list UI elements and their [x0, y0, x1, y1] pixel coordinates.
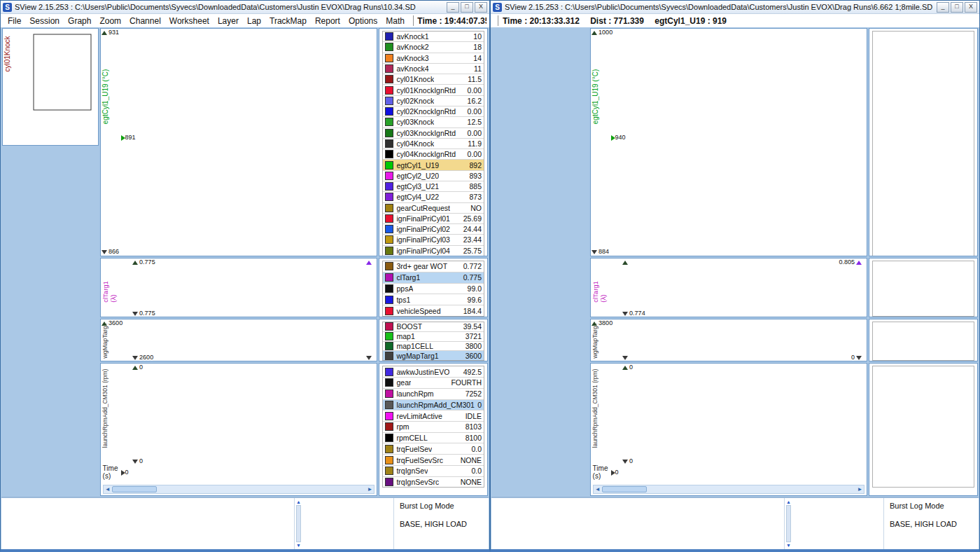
legend-row[interactable]: vehicleSpeed184.4: [383, 305, 484, 316]
time-scrollbar[interactable]: ◄ ►: [593, 485, 865, 494]
legend-row[interactable]: clTarg10.775: [383, 272, 484, 284]
menu-lap[interactable]: Lap: [247, 16, 261, 26]
channel-name: launchRpm: [396, 389, 433, 398]
lambda-chart-panel[interactable]: clTarg1 (λ) 0.805 0.775 0.774: [590, 258, 868, 317]
legend-row[interactable]: ignFinalPriCyl0125.69: [383, 214, 484, 224]
close-button[interactable]: X: [965, 2, 977, 13]
scroll-right-icon[interactable]: ►: [365, 485, 374, 493]
title-bar[interactable]: S SView 2.15.253 : C:\Users\Public\Docum…: [491, 1, 979, 14]
channel-name: cyl03Knock: [396, 118, 434, 126]
legend-row[interactable]: cyl03KnockIgnRtd0.00: [383, 128, 484, 139]
legend-row[interactable]: avKnock411: [383, 64, 484, 74]
legend-row[interactable]: wgMapTarg13600: [383, 351, 484, 360]
legend-row[interactable]: cyl01KnockIgnRtd0.00: [383, 85, 484, 95]
channel-value: 873: [467, 193, 482, 201]
menu-math[interactable]: Math: [386, 16, 405, 26]
legend-row[interactable]: launchRpm7252: [383, 389, 484, 400]
egt-chart[interactable]: [101, 29, 311, 134]
menu-zoom[interactable]: Zoom: [99, 16, 121, 26]
lambda-chart-panel[interactable]: clTarg1 (λ) 0.775 0.775 0.775: [100, 258, 378, 317]
scroll-up-icon[interactable]: ▲: [786, 499, 791, 504]
legend-row[interactable]: 3rd+ gear WOT0.772: [383, 261, 484, 272]
rpm-chart[interactable]: [591, 364, 801, 469]
boost-chart-panel[interactable]: wgMapTarg1 3800 3495 0: [590, 319, 868, 361]
egt-chart-panel[interactable]: egtCyl1_U19 (°C) 931 891 866: [100, 28, 378, 256]
menu-options[interactable]: Options: [349, 16, 377, 26]
legend-row[interactable]: ignFinalPriCyl0323.44: [383, 235, 484, 245]
legend-row[interactable]: cyl04KnockIgnRtd0.00: [383, 149, 484, 160]
legend-row[interactable]: ignFinalPriCyl0425.75: [383, 246, 484, 256]
legend-row[interactable]: launchRpmAdd_CM3010: [383, 400, 484, 411]
legend-row[interactable]: trqIgnSev0.0: [383, 466, 484, 477]
scroll-left-icon[interactable]: ◄: [104, 485, 112, 493]
scroll-down-icon[interactable]: ▼: [296, 543, 301, 548]
legend-row[interactable]: egtCyl1_U19892: [383, 160, 484, 170]
menu-trackmap[interactable]: TrackMap: [270, 16, 307, 26]
knock-scatter-chart[interactable]: [3, 29, 97, 142]
legend-row[interactable]: BOOST39.54: [383, 322, 484, 332]
legend-row[interactable]: gearFOURTH: [383, 378, 484, 389]
knock-scatter-panel[interactable]: cyl01Knock: [2, 28, 99, 146]
legend-row[interactable]: gearCutRequestNO: [383, 203, 484, 214]
legend-row[interactable]: cyl02KnockIgnRtd0.00: [383, 106, 484, 117]
close-button[interactable]: X: [475, 2, 487, 13]
legend-row[interactable]: tps199.6: [383, 294, 484, 305]
legend-row[interactable]: egtCyl4_U22873: [383, 192, 484, 202]
legend-row[interactable]: ignFinalPriCyl0224.44: [383, 224, 484, 235]
rpm-chart-panel[interactable]: launchRpmAdd_CM301 (rpm) 0 0 0 Time(s) ◄…: [590, 363, 868, 496]
minimize-button[interactable]: _: [447, 2, 459, 13]
scrollbar-track[interactable]: [112, 485, 366, 493]
scrollbar-thumb[interactable]: [602, 486, 647, 492]
legend-row[interactable]: egtCyl3_U21885: [383, 181, 484, 192]
avKnock3-color-swatch: [385, 54, 393, 62]
menu-session[interactable]: Session: [29, 16, 59, 26]
maximize-button[interactable]: □: [951, 2, 963, 13]
legend-row[interactable]: trqFuelSevSrcNONE: [383, 455, 484, 466]
legend-row[interactable]: egtCyl2_U20893: [383, 171, 484, 181]
maximize-button[interactable]: □: [461, 2, 473, 13]
legend-row[interactable]: cyl04Knock11.9: [383, 139, 484, 149]
menu-layer[interactable]: Layer: [218, 16, 239, 26]
boost-chart-panel[interactable]: wgMapTarg1 3600 3416 2600: [100, 319, 378, 361]
legend-row[interactable]: rpmCELL8100: [383, 433, 484, 444]
legend-row[interactable]: avKnock110: [383, 32, 484, 42]
scroll-up-icon[interactable]: ▲: [296, 499, 301, 504]
channel-info-scrollbar[interactable]: ▲▼: [785, 499, 792, 548]
legend-row[interactable]: revLimitActiveIDLE: [383, 410, 484, 422]
legend-row[interactable]: rpm8103: [383, 422, 484, 433]
menu-channel[interactable]: Channel: [130, 16, 161, 26]
scroll-right-icon[interactable]: ►: [855, 485, 864, 493]
legend-row[interactable]: map1CELL3800: [383, 342, 484, 352]
rpm-chart-panel[interactable]: launchRpmAdd_CM301 (rpm) 0 0 0 Time(s) ◄…: [100, 363, 378, 496]
scroll-track[interactable]: [296, 505, 301, 542]
menu-worksheet[interactable]: Worksheet: [169, 16, 209, 26]
legend-row[interactable]: cyl03Knock12.5: [383, 117, 484, 127]
title-bar[interactable]: S SView 2.15.253 : C:\Users\Public\Docum…: [1, 1, 489, 14]
rpm-chart[interactable]: [101, 364, 311, 469]
scroll-track[interactable]: [786, 505, 791, 542]
channel-value: 18: [471, 43, 482, 51]
lambda-chart[interactable]: [101, 258, 311, 317]
menu-report[interactable]: Report: [315, 16, 340, 26]
legend-row[interactable]: trqFuelSev0.0: [383, 443, 484, 455]
egt-chart[interactable]: [591, 29, 801, 134]
legend-row[interactable]: cyl01Knock11.5: [383, 74, 484, 85]
legend-row[interactable]: trqIgnSevSrcNONE: [383, 477, 484, 488]
legend-row[interactable]: avKnock314: [383, 53, 484, 64]
scrollbar-track[interactable]: [602, 485, 856, 493]
legend-row[interactable]: cyl02Knock16.2: [383, 96, 484, 106]
egt-chart-panel[interactable]: egtCyl1_U19 (°C) 1000 940 884: [590, 28, 868, 256]
legend-row[interactable]: map13721: [383, 332, 484, 342]
lambda-chart[interactable]: [591, 258, 801, 317]
time-scrollbar[interactable]: ◄ ►: [103, 485, 375, 494]
channel-info-scrollbar[interactable]: ▲▼: [295, 499, 302, 548]
minimize-button[interactable]: _: [937, 2, 949, 13]
scroll-down-icon[interactable]: ▼: [786, 543, 791, 548]
legend-row[interactable]: avKnock218: [383, 42, 484, 53]
menu-graph[interactable]: Graph: [68, 16, 91, 26]
scroll-left-icon[interactable]: ◄: [594, 485, 602, 493]
scrollbar-thumb[interactable]: [112, 486, 157, 492]
legend-row[interactable]: ppsA99.0: [383, 284, 484, 295]
legend-row[interactable]: awkwJustinEVO492.5: [383, 366, 484, 378]
menu-file[interactable]: File: [8, 16, 21, 26]
